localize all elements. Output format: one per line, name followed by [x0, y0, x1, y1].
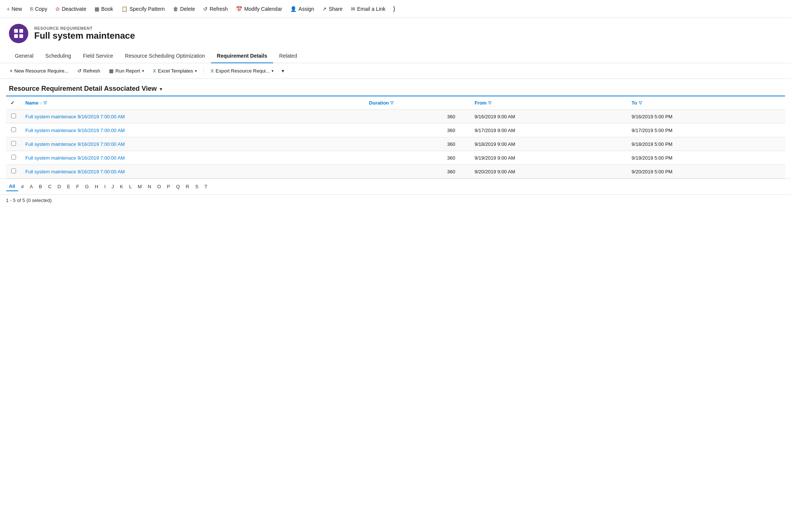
name-sort-icon[interactable]: ↑: [40, 101, 42, 105]
alpha-item-all[interactable]: All: [6, 182, 18, 191]
row-checkbox[interactable]: [6, 137, 21, 151]
view-caret-icon[interactable]: ▾: [160, 86, 162, 92]
alpha-item-q[interactable]: Q: [173, 182, 183, 191]
tab-rso[interactable]: Resource Scheduling Optimization: [119, 49, 211, 63]
tab-scheduling[interactable]: Scheduling: [39, 49, 77, 63]
specify-pattern-icon: 📋: [121, 6, 128, 12]
assign-button[interactable]: 👤 Assign: [286, 4, 318, 14]
new-resource-icon: +: [10, 68, 13, 74]
more-button[interactable]: ⟩: [390, 3, 398, 15]
svg-rect-2: [14, 34, 18, 38]
excel-icon: X: [153, 68, 156, 74]
email-link-button[interactable]: ✉ Email a Link: [347, 4, 389, 14]
tab-field-service[interactable]: Field Service: [77, 49, 119, 63]
grid-body: Full system maintenace 9/16/2019 7:00:00…: [6, 110, 785, 179]
name-filter-icon[interactable]: ▽: [44, 100, 47, 105]
tab-general[interactable]: General: [9, 49, 39, 63]
delete-label: Delete: [180, 6, 195, 12]
new-resource-req-button[interactable]: + New Resource Require...: [6, 66, 72, 76]
duration-filter-icon[interactable]: ▽: [390, 100, 393, 105]
alpha-item-d[interactable]: D: [55, 182, 64, 191]
row-checkbox-input[interactable]: [11, 113, 16, 118]
tab-related[interactable]: Related: [273, 49, 303, 63]
from-cell: 9/20/2019 9:00 AM: [470, 165, 627, 179]
alpha-item-p[interactable]: P: [164, 182, 173, 191]
alpha-item-h[interactable]: H: [92, 182, 101, 191]
row-checkbox-input[interactable]: [11, 155, 16, 160]
alpha-item-#[interactable]: #: [18, 182, 27, 191]
grid-table: ✓ Name ↑ ▽ Duration ▽ From: [6, 96, 785, 179]
alpha-item-l[interactable]: L: [126, 182, 135, 191]
alpha-item-i[interactable]: I: [101, 182, 109, 191]
row-checkbox-input[interactable]: [11, 127, 16, 132]
excel-templates-button[interactable]: X Excel Templates ▾: [149, 66, 201, 76]
export-resource-button[interactable]: X Export Resource Requi... ▾: [207, 66, 277, 76]
specify-pattern-label: Specify Pattern: [129, 6, 165, 12]
from-cell: 9/16/2019 9:00 AM: [470, 110, 627, 124]
copy-button[interactable]: ⎘ Copy: [26, 4, 51, 14]
alpha-item-j[interactable]: J: [109, 182, 117, 191]
from-filter-icon[interactable]: ▽: [488, 100, 491, 105]
alpha-item-t[interactable]: T: [201, 182, 210, 191]
to-filter-icon[interactable]: ▽: [639, 100, 642, 105]
row-checkbox[interactable]: [6, 110, 21, 124]
alpha-item-k[interactable]: K: [117, 182, 126, 191]
row-checkbox-input[interactable]: [11, 141, 16, 146]
alpha-item-n[interactable]: N: [145, 182, 154, 191]
run-report-button[interactable]: ▦ Run Report ▾: [105, 66, 147, 76]
alpha-item-r[interactable]: R: [183, 182, 192, 191]
check-all-header[interactable]: ✓: [6, 96, 21, 110]
alpha-item-o[interactable]: O: [154, 182, 164, 191]
modify-calendar-button[interactable]: 📅 Modify Calendar: [232, 4, 286, 14]
to-column-header: To ▽: [627, 96, 785, 110]
book-icon: ▦: [95, 6, 99, 12]
share-button[interactable]: ↗ Share: [318, 4, 346, 14]
tab-requirement-details[interactable]: Requirement Details: [211, 49, 273, 63]
alpha-item-g[interactable]: G: [82, 182, 92, 191]
modify-calendar-icon: 📅: [236, 6, 242, 12]
alpha-item-e[interactable]: E: [64, 182, 73, 191]
sub-refresh-button[interactable]: ↺ Refresh: [74, 66, 104, 76]
alpha-item-s[interactable]: S: [192, 182, 202, 191]
record-name: Full system maintenace: [34, 31, 135, 41]
name-link[interactable]: Full system maintenace 9/16/2019 7:00:00…: [25, 114, 125, 119]
svg-rect-0: [14, 29, 18, 33]
export-caret: ▾: [272, 69, 273, 73]
more-sub-button[interactable]: ▾: [279, 67, 287, 75]
specify-pattern-button[interactable]: 📋 Specify Pattern: [118, 4, 169, 14]
to-cell: 9/17/2019 5:00 PM: [627, 124, 785, 137]
alpha-item-m[interactable]: M: [135, 182, 145, 191]
alpha-item-f[interactable]: F: [73, 182, 82, 191]
row-checkbox[interactable]: [6, 124, 21, 137]
share-icon: ↗: [322, 6, 327, 12]
name-link[interactable]: Full system maintenace 9/16/2019 7:00:00…: [25, 141, 125, 147]
alpha-item-b[interactable]: B: [36, 182, 45, 191]
main-toolbar: + New ⎘ Copy ⊘ Deactivate ▦ Book 📋 Speci…: [0, 0, 791, 18]
name-column-header: Name ↑ ▽: [21, 96, 365, 110]
to-cell: 9/20/2019 5:00 PM: [627, 165, 785, 179]
name-cell: Full system maintenace 9/16/2019 7:00:00…: [21, 110, 365, 124]
row-checkbox-input[interactable]: [11, 169, 16, 173]
name-link[interactable]: Full system maintenace 9/16/2019 7:00:00…: [25, 155, 125, 161]
alpha-item-a[interactable]: A: [27, 182, 36, 191]
refresh-label: Refresh: [209, 6, 228, 12]
delete-icon: 🗑: [173, 6, 178, 12]
refresh-button[interactable]: ↺ Refresh: [199, 4, 231, 14]
sub-refresh-icon: ↺: [77, 68, 81, 74]
duration-label: Duration: [369, 100, 389, 106]
nav-tabs: General Scheduling Field Service Resourc…: [0, 49, 791, 63]
name-link[interactable]: Full system maintenace 9/16/2019 7:00:00…: [25, 128, 125, 133]
from-cell: 9/18/2019 9:00 AM: [470, 137, 627, 151]
deactivate-button[interactable]: ⊘ Deactivate: [52, 4, 90, 14]
row-checkbox[interactable]: [6, 151, 21, 165]
modify-calendar-label: Modify Calendar: [244, 6, 282, 12]
book-button[interactable]: ▦ Book: [91, 4, 117, 14]
name-link[interactable]: Full system maintenace 9/16/2019 7:00:00…: [25, 169, 125, 174]
delete-button[interactable]: 🗑 Delete: [169, 4, 199, 14]
row-checkbox[interactable]: [6, 165, 21, 179]
alpha-item-c[interactable]: C: [45, 182, 54, 191]
new-button[interactable]: + New: [3, 4, 26, 14]
assign-icon: 👤: [290, 6, 297, 12]
from-cell: 9/19/2019 9:00 AM: [470, 151, 627, 165]
run-report-icon: ▦: [109, 68, 113, 74]
